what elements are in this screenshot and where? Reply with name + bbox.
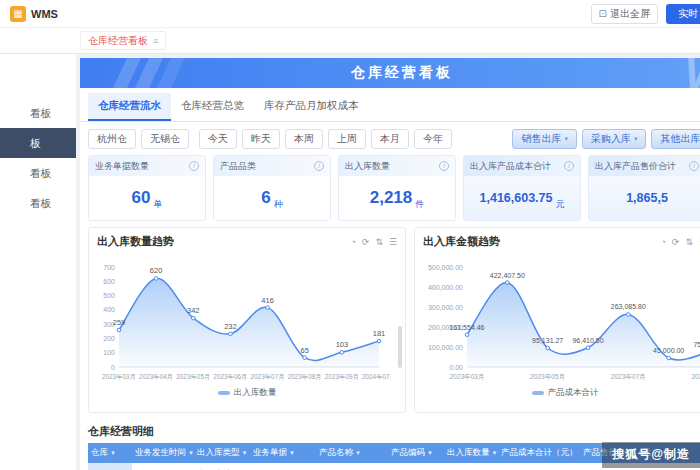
warehouse-filters: 杭州仓无锡仓 (88, 129, 189, 149)
table-cell: 800.00 (498, 463, 580, 470)
kpi-value: 2,218 (370, 188, 413, 208)
svg-text:422,407.50: 422,407.50 (490, 272, 525, 279)
kpi-card: 出入库数量i2,218件 (338, 155, 456, 221)
kpi-body: 1,416,603.75元 (464, 176, 580, 220)
sidebar-item[interactable]: 看板 (0, 188, 76, 218)
sohu-watermark: 搜狐号@制造 (602, 442, 700, 468)
column-header[interactable]: 业务单据▼ (250, 443, 316, 463)
column-label: 产品成本合计（元） (501, 447, 578, 457)
sort-icon[interactable]: ⇅ (685, 237, 693, 247)
amt-svg: 0.00100,000.00200,000.00300,000.00400,00… (415, 251, 700, 385)
main-area: 仓库经营看板 W 仓库经营流水仓库经营总览库存产品月加权成本 杭州仓无锡仓 今天… (76, 54, 700, 470)
info-icon[interactable]: i (439, 161, 449, 171)
banner-watermark-letter: W (685, 58, 700, 88)
column-label: 仓库 (91, 447, 108, 457)
refresh-icon[interactable]: ⟳ (672, 237, 680, 247)
chart-head: 出入库金额趋势 ◔⟳⇅☰ (415, 228, 700, 251)
column-header[interactable]: 出入库数量▼ (444, 443, 498, 463)
table-cell: 盘亏出库 (194, 463, 250, 470)
filter-icon[interactable]: ▼ (242, 450, 248, 456)
subtab-active[interactable]: 仓库经营流水 (88, 93, 171, 121)
sort-icon[interactable]: ⇅ (375, 237, 383, 247)
filter-icon[interactable]: ▼ (355, 450, 361, 456)
column-header[interactable]: 仓库▼ (88, 443, 132, 463)
info-icon[interactable]: i (314, 161, 324, 171)
kpi-unit: 单 (153, 198, 162, 211)
svg-text:2023年07月: 2023年07月 (611, 373, 646, 381)
sidebar: 看板板看板看板 (0, 54, 76, 470)
kpi-head: 出入库数量i (339, 156, 455, 176)
kpi-value: 60 (132, 188, 151, 208)
tab-menu-icon[interactable]: ≡ (153, 36, 158, 46)
svg-text:500,000.00: 500,000.00 (428, 264, 463, 271)
legend-label: 出入库数量 (234, 387, 277, 397)
live-screen-button[interactable]: 实时 (666, 4, 700, 24)
sidebar-item[interactable]: 看板 (0, 98, 76, 128)
svg-text:400,000.00: 400,000.00 (428, 284, 463, 291)
refresh-icon[interactable]: ⟳ (362, 237, 370, 247)
date-filter-button[interactable]: 本周 (285, 129, 323, 149)
column-label: 产品名称 (319, 447, 353, 457)
svg-text:263,085.80: 263,085.80 (611, 303, 646, 310)
kpi-body: 60单 (89, 176, 205, 220)
date-filter-button[interactable]: 今天 (199, 129, 237, 149)
filter-icon[interactable]: ▼ (110, 450, 116, 456)
exit-fullscreen-button[interactable]: ⊡ 退出全屏 (591, 4, 658, 24)
subtab-item[interactable]: 仓库经营总览 (171, 93, 254, 121)
column-header[interactable]: 产品编码▼ (388, 443, 444, 463)
filter-icon[interactable]: ▼ (427, 450, 433, 456)
svg-text:0.00: 0.00 (449, 364, 463, 371)
svg-text:2023年09月: 2023年09月 (325, 373, 359, 381)
svg-text:161,554.46: 161,554.46 (449, 324, 484, 331)
topbar: ▦ WMS ⊡ 退出全屏 实时 (0, 0, 700, 28)
warehouse-filter-button[interactable]: 杭州仓 (88, 129, 136, 149)
kpi-value: 1,416,603.75 (480, 191, 553, 205)
svg-text:100: 100 (103, 349, 115, 356)
svg-text:2023年08月: 2023年08月 (288, 373, 322, 381)
date-filter-button[interactable]: 本月 (371, 129, 409, 149)
clock-icon[interactable]: ◔ (660, 237, 665, 247)
svg-text:103: 103 (336, 340, 349, 349)
table-cell: 无锡仓 (88, 463, 132, 470)
menu-icon[interactable]: ☰ (389, 237, 397, 247)
svg-text:100,000.00: 100,000.00 (428, 344, 463, 351)
column-header[interactable]: 业务发生时间▼ (132, 443, 194, 463)
info-icon[interactable]: i (189, 161, 199, 171)
type-filter-button[interactable]: 其他出库▾ (651, 129, 700, 149)
exit-fullscreen-icon: ⊡ (599, 8, 607, 19)
column-header[interactable]: 产品名称▼ (316, 443, 388, 463)
type-filter-button[interactable]: 采购入库▾ (582, 129, 647, 149)
info-icon[interactable]: i (564, 161, 574, 171)
svg-text:2024年07月: 2024年07月 (362, 373, 391, 381)
date-filter-button[interactable]: 今年 (414, 129, 452, 149)
chart-scrollbar[interactable] (398, 326, 402, 368)
warehouse-filter-button[interactable]: 无锡仓 (141, 129, 189, 149)
tab-warehouse-dashboard[interactable]: 仓库经营看板 ≡ (80, 31, 166, 50)
legend-label: 产品成本合计 (548, 387, 599, 397)
svg-text:2023年09月: 2023年09月 (691, 373, 700, 381)
sidebar-item[interactable]: 板 (0, 128, 76, 158)
filter-icon[interactable]: ▼ (289, 450, 295, 456)
type-filter-button[interactable]: 销售出库▾ (512, 129, 577, 149)
subtab-item[interactable]: 库存产品月加权成本 (254, 93, 369, 121)
filter-icon[interactable]: ▼ (580, 450, 581, 456)
column-label: 出入库类型 (197, 447, 240, 457)
column-header[interactable]: 出入库类型▼ (194, 443, 250, 463)
subtabs: 仓库经营流水仓库经营总览库存产品月加权成本 (80, 88, 700, 122)
kpi-head: 出入库产品成本合计i (464, 156, 580, 176)
amount-chart: 0.00100,000.00200,000.00300,000.00400,00… (415, 251, 700, 389)
kpi-unit: 元 (556, 198, 565, 211)
table-cell: CP0003 (388, 463, 444, 470)
kpi-head: 产品品类i (214, 156, 330, 176)
clock-icon[interactable]: ◔ (350, 237, 355, 247)
column-header[interactable]: 产品成本合计（元）▼ (498, 443, 580, 463)
kpi-title: 出入库产品售价合计 (595, 160, 676, 173)
kpi-body: 1,865,5 (589, 176, 700, 220)
date-filter-button[interactable]: 昨天 (242, 129, 280, 149)
filter-icon[interactable]: ▼ (188, 450, 194, 456)
qty-chart: 01002003004005006007002023年03月2023年04月20… (89, 251, 405, 389)
filter-icon[interactable]: ▼ (492, 450, 498, 456)
sidebar-item[interactable]: 看板 (0, 158, 76, 188)
info-icon[interactable]: i (689, 161, 699, 171)
date-filter-button[interactable]: 上周 (328, 129, 366, 149)
